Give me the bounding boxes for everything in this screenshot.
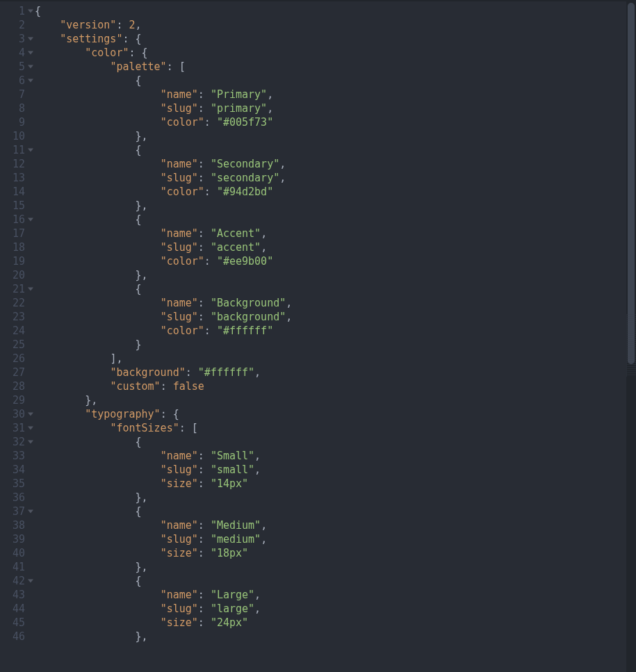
line-number[interactable]: 9	[0, 115, 29, 129]
line-number[interactable]: 41	[0, 560, 29, 574]
line-number[interactable]: 8	[0, 101, 29, 115]
line-number[interactable]: 34	[0, 463, 29, 477]
line-number[interactable]: 21	[0, 282, 29, 296]
line-number[interactable]: 37	[0, 505, 29, 518]
line-number[interactable]: 39	[0, 532, 29, 546]
code-line[interactable]: {	[35, 282, 636, 296]
line-number[interactable]: 33	[0, 449, 29, 463]
code-line[interactable]: "size": "14px"	[35, 477, 636, 491]
code-line[interactable]: "slug": "primary",	[35, 101, 636, 115]
code-line[interactable]: },	[35, 560, 636, 574]
line-number[interactable]: 13	[0, 171, 29, 185]
code-line[interactable]: "size": "24px"	[35, 616, 636, 630]
code-line[interactable]: "color": "#ee9b00"	[35, 254, 636, 268]
line-number[interactable]: 22	[0, 296, 29, 310]
line-number[interactable]: 1	[0, 4, 29, 18]
code-line[interactable]: {	[35, 4, 636, 18]
code-line[interactable]: "name": "Accent",	[35, 227, 636, 240]
code-line[interactable]: "name": "Large",	[35, 588, 636, 602]
line-number[interactable]: 40	[0, 546, 29, 560]
code-line[interactable]: {	[35, 213, 636, 227]
line-number[interactable]: 14	[0, 185, 29, 199]
line-number[interactable]: 2	[0, 18, 29, 32]
code-line[interactable]: },	[35, 630, 636, 644]
code-line[interactable]: "color": "#005f73"	[35, 115, 636, 129]
code-line[interactable]: ],	[35, 352, 636, 366]
line-number[interactable]: 42	[0, 574, 29, 588]
code-line[interactable]: "name": "Primary",	[35, 88, 636, 101]
code-line[interactable]: "color": "#94d2bd"	[35, 185, 636, 199]
code-line[interactable]: "palette": [	[35, 60, 636, 74]
code-line[interactable]: "background": "#ffffff",	[35, 366, 636, 379]
line-number[interactable]: 3	[0, 32, 29, 46]
code-line[interactable]: },	[35, 393, 636, 407]
code-line[interactable]: {	[35, 435, 636, 449]
code-line[interactable]: },	[35, 129, 636, 143]
code-line[interactable]: "name": "Secondary",	[35, 157, 636, 171]
code-line[interactable]: "size": "18px"	[35, 546, 636, 560]
code-line[interactable]: "slug": "secondary",	[35, 171, 636, 185]
line-number[interactable]: 12	[0, 157, 29, 171]
code-line[interactable]: "custom": false	[35, 379, 636, 393]
code-line[interactable]: "settings": {	[35, 32, 636, 46]
code-line[interactable]: "name": "Background",	[35, 296, 636, 310]
code-line[interactable]: "name": "Medium",	[35, 518, 636, 532]
line-number[interactable]: 45	[0, 616, 29, 630]
line-number[interactable]: 44	[0, 602, 29, 616]
line-number[interactable]: 17	[0, 227, 29, 240]
line-number[interactable]: 35	[0, 477, 29, 491]
line-number[interactable]: 23	[0, 310, 29, 324]
line-number[interactable]: 4	[0, 46, 29, 60]
code-editor[interactable]: 1234567891011121314151617181920212223242…	[0, 0, 636, 672]
line-number[interactable]: 25	[0, 338, 29, 352]
line-number[interactable]: 43	[0, 588, 29, 602]
line-number[interactable]: 46	[0, 630, 29, 644]
line-number[interactable]: 29	[0, 393, 29, 407]
code-line[interactable]: }	[35, 338, 636, 352]
line-number[interactable]: 16	[0, 213, 29, 227]
line-number[interactable]: 20	[0, 268, 29, 282]
line-number[interactable]: 31	[0, 421, 29, 435]
line-number-text: 46	[13, 630, 25, 644]
code-line[interactable]: "slug": "background",	[35, 310, 636, 324]
code-line[interactable]: },	[35, 268, 636, 282]
line-number[interactable]: 30	[0, 407, 29, 421]
code-line[interactable]: {	[35, 143, 636, 157]
line-number[interactable]: 38	[0, 518, 29, 532]
code-line[interactable]: "color": {	[35, 46, 636, 60]
code-line[interactable]: "slug": "accent",	[35, 240, 636, 254]
code-line[interactable]: "slug": "large",	[35, 602, 636, 616]
code-line[interactable]: "version": 2,	[35, 18, 636, 32]
line-number-gutter[interactable]: 1234567891011121314151617181920212223242…	[0, 0, 29, 672]
line-number[interactable]: 6	[0, 74, 29, 88]
line-number[interactable]: 15	[0, 199, 29, 213]
code-line[interactable]: {	[35, 574, 636, 588]
vertical-scrollbar-track[interactable]	[626, 0, 636, 672]
line-number[interactable]: 10	[0, 129, 29, 143]
line-number[interactable]: 19	[0, 254, 29, 268]
code-line[interactable]: {	[35, 505, 636, 518]
code-line[interactable]: },	[35, 491, 636, 505]
line-number[interactable]: 11	[0, 143, 29, 157]
line-number-text: 5	[13, 60, 25, 74]
line-number[interactable]: 5	[0, 60, 29, 74]
code-line[interactable]: "typography": {	[35, 407, 636, 421]
code-line[interactable]: "fontSizes": [	[35, 421, 636, 435]
code-line[interactable]: "color": "#ffffff"	[35, 324, 636, 338]
code-line[interactable]: "name": "Small",	[35, 449, 636, 463]
line-number[interactable]: 27	[0, 366, 29, 379]
line-number[interactable]: 18	[0, 240, 29, 254]
code-line[interactable]: "slug": "small",	[35, 463, 636, 477]
code-line[interactable]: "slug": "medium",	[35, 532, 636, 546]
vertical-scrollbar-thumb[interactable]	[628, 3, 635, 364]
line-number[interactable]: 32	[0, 435, 29, 449]
line-number[interactable]: 26	[0, 352, 29, 366]
line-number[interactable]: 28	[0, 379, 29, 393]
code-line[interactable]: {	[35, 74, 636, 88]
line-number[interactable]: 7	[0, 88, 29, 101]
line-number[interactable]: 24	[0, 324, 29, 338]
line-number-text: 2	[13, 18, 25, 32]
code-line[interactable]: },	[35, 199, 636, 213]
code-area[interactable]: { "version": 2, "settings": { "color": {…	[29, 0, 636, 672]
line-number[interactable]: 36	[0, 491, 29, 505]
